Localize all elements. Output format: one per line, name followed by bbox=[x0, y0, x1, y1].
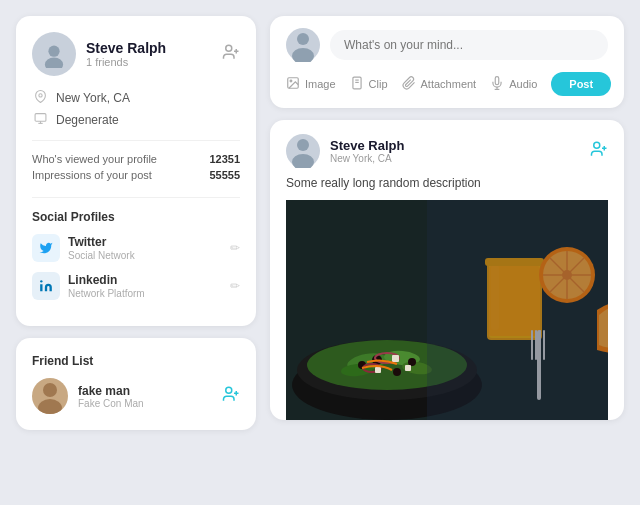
friend-avatar bbox=[32, 378, 68, 414]
feed-header: Steve Ralph New York, CA bbox=[286, 134, 608, 168]
feed-image bbox=[286, 200, 608, 420]
friend-item: fake man Fake Con Man bbox=[32, 378, 240, 414]
svg-point-5 bbox=[38, 94, 41, 97]
svg-point-11 bbox=[38, 399, 62, 414]
twitter-icon bbox=[32, 234, 60, 262]
svg-point-40 bbox=[393, 368, 401, 376]
post-input-row bbox=[286, 28, 608, 62]
avatar bbox=[32, 32, 76, 76]
svg-point-2 bbox=[226, 45, 232, 51]
svg-point-12 bbox=[226, 387, 232, 393]
svg-rect-47 bbox=[405, 365, 411, 371]
attachment-icon bbox=[402, 76, 416, 93]
post-input-card: Image Clip Attachment bbox=[270, 16, 624, 108]
left-panel: Steve Ralph 1 friends bbox=[16, 16, 256, 430]
feed-name: Steve Ralph bbox=[330, 138, 404, 153]
svg-point-9 bbox=[40, 280, 42, 282]
stat-value-impressions: 55555 bbox=[209, 169, 240, 181]
svg-point-0 bbox=[48, 46, 59, 57]
profile-header: Steve Ralph 1 friends bbox=[32, 32, 240, 76]
stat-value-views: 12351 bbox=[209, 153, 240, 165]
stat-row-views: Who's viewed your profile 12351 bbox=[32, 153, 240, 165]
attachment-action[interactable]: Attachment bbox=[402, 76, 477, 93]
twitter-sub: Social Network bbox=[68, 250, 135, 261]
svg-point-15 bbox=[297, 33, 309, 45]
social-title: Social Profiles bbox=[32, 210, 240, 224]
audio-action[interactable]: Audio bbox=[490, 76, 537, 93]
linkedin-icon bbox=[32, 272, 60, 300]
audio-label: Audio bbox=[509, 78, 537, 90]
social-item-linkedin: Linkedin Network Platform ✏ bbox=[32, 272, 240, 300]
title-row: Degenerate bbox=[32, 112, 240, 128]
svg-point-24 bbox=[297, 139, 309, 151]
friend-list-title: Friend List bbox=[32, 354, 240, 368]
add-friend-icon[interactable] bbox=[222, 43, 240, 65]
svg-rect-65 bbox=[427, 200, 608, 420]
feed-location: New York, CA bbox=[330, 153, 404, 164]
clip-label: Clip bbox=[369, 78, 388, 90]
feed-card: Steve Ralph New York, CA Some really lon… bbox=[270, 120, 624, 420]
profile-friends: 1 friends bbox=[86, 56, 166, 68]
clip-action[interactable]: Clip bbox=[350, 76, 388, 93]
attachment-label: Attachment bbox=[421, 78, 477, 90]
stat-label-views: Who's viewed your profile bbox=[32, 153, 157, 165]
svg-rect-46 bbox=[375, 367, 381, 373]
twitter-edit-icon[interactable]: ✏ bbox=[230, 241, 240, 255]
location-row: New York, CA bbox=[32, 90, 240, 106]
profile-card: Steve Ralph 1 friends bbox=[16, 16, 256, 326]
title-icon bbox=[32, 112, 48, 128]
social-item-twitter: Twitter Social Network ✏ bbox=[32, 234, 240, 262]
linkedin-sub: Network Platform bbox=[68, 288, 145, 299]
svg-rect-6 bbox=[35, 114, 46, 122]
svg-rect-45 bbox=[392, 355, 399, 362]
friend-name: fake man bbox=[78, 384, 144, 398]
svg-point-26 bbox=[594, 142, 600, 148]
location-icon bbox=[32, 90, 48, 106]
stat-label-impressions: Impressions of your post bbox=[32, 169, 152, 181]
feed-add-icon[interactable] bbox=[590, 140, 608, 162]
image-label: Image bbox=[305, 78, 336, 90]
title-text: Degenerate bbox=[56, 113, 119, 127]
location-text: New York, CA bbox=[56, 91, 130, 105]
image-icon bbox=[286, 76, 300, 93]
friend-sub: Fake Con Man bbox=[78, 398, 144, 409]
right-panel: Image Clip Attachment bbox=[270, 16, 624, 420]
linkedin-name: Linkedin bbox=[68, 273, 145, 287]
svg-point-25 bbox=[292, 154, 314, 168]
profile-name: Steve Ralph bbox=[86, 40, 166, 57]
post-actions: Image Clip Attachment bbox=[286, 72, 608, 96]
svg-point-10 bbox=[43, 383, 57, 397]
social-section: Social Profiles Twitter Social Network ✏ bbox=[32, 198, 240, 300]
post-button[interactable]: Post bbox=[551, 72, 611, 96]
audio-icon bbox=[490, 76, 504, 93]
linkedin-edit-icon[interactable]: ✏ bbox=[230, 279, 240, 293]
feed-avatar bbox=[286, 134, 320, 168]
image-action[interactable]: Image bbox=[286, 76, 336, 93]
stat-row-impressions: Impressions of your post 55555 bbox=[32, 169, 240, 181]
svg-point-42 bbox=[408, 358, 416, 366]
clip-icon bbox=[350, 76, 364, 93]
add-friend-button[interactable] bbox=[222, 385, 240, 407]
svg-point-16 bbox=[292, 48, 314, 62]
svg-point-18 bbox=[290, 80, 292, 82]
profile-info: New York, CA Degenerate bbox=[32, 90, 240, 141]
post-avatar bbox=[286, 28, 320, 62]
twitter-name: Twitter bbox=[68, 235, 135, 249]
stats-section: Who's viewed your profile 12351 Impressi… bbox=[32, 141, 240, 198]
svg-point-1 bbox=[45, 58, 63, 69]
friend-card: Friend List fake man Fake Con Man bbox=[16, 338, 256, 430]
post-input[interactable] bbox=[330, 30, 608, 60]
feed-description: Some really long random description bbox=[286, 176, 608, 190]
